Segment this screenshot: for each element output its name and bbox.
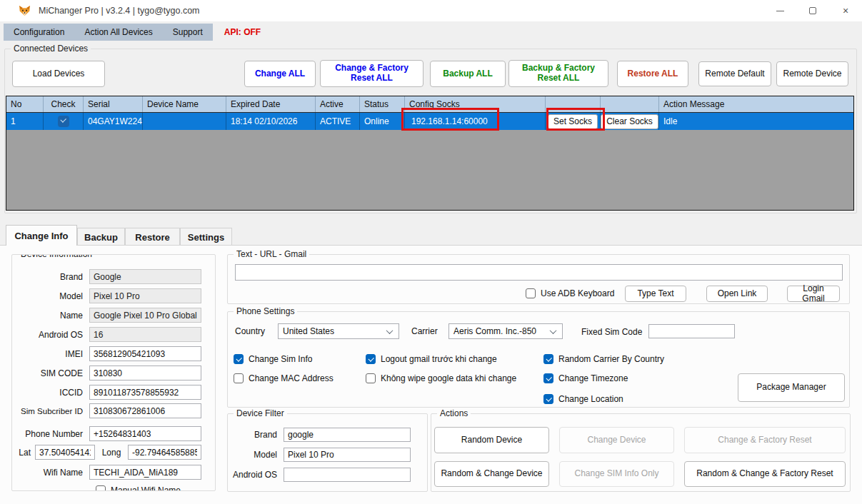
text-url-gmail-group: Text - URL - Gmail Use ADB Keyboard Type… bbox=[227, 254, 850, 304]
filter-android-os-field[interactable] bbox=[284, 468, 411, 482]
column-header-clear-socks[interactable] bbox=[601, 96, 659, 112]
chevron-down-icon bbox=[386, 327, 394, 334]
manual-wifi-name-checkbox[interactable]: Manual Wifi Name bbox=[96, 485, 181, 491]
tab-restore[interactable]: Restore bbox=[125, 228, 180, 246]
change-sim-info-only-button[interactable]: Change SIM Info Only bbox=[559, 461, 674, 487]
column-header-serial[interactable]: Serial bbox=[84, 96, 143, 112]
column-header-config-socks[interactable]: Config Socks bbox=[405, 96, 546, 112]
brand-field[interactable] bbox=[89, 269, 201, 284]
column-header-set-socks[interactable] bbox=[546, 96, 601, 112]
fixed-sim-code-field[interactable] bbox=[648, 324, 735, 338]
cell-status: Online bbox=[360, 113, 405, 130]
column-header-no[interactable]: No bbox=[6, 96, 44, 112]
random-change-factory-reset-button[interactable]: Random & Change & Factory Reset bbox=[684, 461, 846, 487]
change-sim-info-checkbox[interactable]: Change Sim Info bbox=[234, 353, 312, 365]
lat-field[interactable] bbox=[35, 445, 95, 460]
field-row-iccid: ICCID bbox=[16, 385, 211, 400]
column-header-action-message[interactable]: Action Message bbox=[659, 96, 853, 112]
set-socks-button[interactable]: Set Socks bbox=[548, 114, 598, 129]
filter-android-os-label: Android OS bbox=[232, 470, 284, 480]
phone-number-field[interactable] bbox=[89, 426, 201, 441]
use-adb-keyboard-checkbox[interactable]: Use ADB Keyboard bbox=[526, 288, 614, 299]
menu-support[interactable]: Support bbox=[163, 24, 213, 41]
carrier-select[interactable]: Aeris Comm. Inc.-850 bbox=[448, 323, 563, 339]
khong-wipe-google-data-checkbox[interactable]: Không wipe google data khi change bbox=[366, 373, 516, 384]
load-devices-button[interactable]: Load Devices bbox=[12, 61, 105, 87]
sim-code-field[interactable] bbox=[89, 366, 201, 380]
random-device-button[interactable]: Random Device bbox=[434, 427, 549, 453]
country-select[interactable]: United States bbox=[278, 323, 399, 339]
change-mac-address-checkbox-label: Change MAC Address bbox=[249, 373, 334, 383]
tab-backup[interactable]: Backup bbox=[77, 228, 125, 246]
wifi-name-label: Wifi Name bbox=[16, 468, 89, 478]
column-header-expired-date[interactable]: Expired Date bbox=[226, 96, 316, 112]
cell-no: 1 bbox=[6, 113, 44, 130]
model-field[interactable] bbox=[89, 288, 201, 303]
sim-subscriber-id-field[interactable] bbox=[89, 403, 201, 418]
field-row-model: Model bbox=[16, 288, 211, 303]
package-manager-button[interactable]: Package Manager bbox=[738, 373, 845, 402]
change-all-button[interactable]: Change ALL bbox=[244, 61, 316, 87]
random-change-device-button[interactable]: Random & Change Device bbox=[434, 461, 549, 487]
table-header-row: No Check Serial Device Name Expired Date… bbox=[6, 96, 853, 113]
menu-action-all-devices[interactable]: Action All Devices bbox=[74, 24, 162, 41]
carrier-value: Aeris Comm. Inc.-850 bbox=[453, 326, 536, 336]
chevron-down-icon bbox=[550, 327, 557, 334]
name-field[interactable] bbox=[89, 308, 201, 323]
menubar: Configuration Action All Devices Support… bbox=[0, 23, 862, 41]
clear-socks-button[interactable]: Clear Socks bbox=[601, 114, 658, 129]
text-url-gmail-input[interactable] bbox=[235, 264, 843, 281]
row-checkbox[interactable] bbox=[58, 116, 69, 127]
change-timezone-checkbox-box bbox=[543, 373, 553, 383]
close-button[interactable]: × bbox=[829, 0, 862, 21]
backup-factory-reset-all-button[interactable]: Backup & Factory Reset ALL bbox=[508, 60, 608, 87]
restore-all-button[interactable]: Restore ALL bbox=[617, 61, 688, 87]
change-info-tab-page: Device Information Brand Model Name Andr… bbox=[0, 245, 862, 504]
tab-settings[interactable]: Settings bbox=[180, 228, 232, 246]
change-factory-reset-button[interactable]: Change & Factory Reset bbox=[684, 427, 846, 453]
change-timezone-checkbox[interactable]: Change Timezone bbox=[543, 373, 628, 384]
android-os-field[interactable] bbox=[89, 327, 201, 342]
login-gmail-button[interactable]: Login Gmail bbox=[787, 286, 840, 302]
menu-configuration[interactable]: Configuration bbox=[4, 24, 74, 41]
filter-row-model: Model bbox=[232, 448, 422, 462]
column-header-active[interactable]: Active bbox=[316, 96, 360, 112]
imei-field[interactable] bbox=[89, 346, 201, 361]
change-device-button[interactable]: Change Device bbox=[559, 427, 674, 453]
menu-api-status[interactable]: API: OFF bbox=[214, 24, 271, 41]
iccid-label: ICCID bbox=[16, 388, 89, 398]
table-row[interactable]: 1 04GAY1W224 18:14 02/10/2026 ACTIVE Onl… bbox=[6, 113, 853, 130]
change-factory-reset-all-button[interactable]: Change & Factory Reset ALL bbox=[320, 60, 424, 87]
app-icon bbox=[19, 5, 31, 17]
remote-device-button[interactable]: Remote Device bbox=[776, 61, 848, 86]
change-mac-address-checkbox[interactable]: Change MAC Address bbox=[234, 373, 334, 384]
filter-model-field[interactable] bbox=[284, 448, 411, 462]
long-field[interactable] bbox=[128, 445, 201, 460]
backup-all-button[interactable]: Backup ALL bbox=[430, 61, 506, 87]
random-carrier-by-country-checkbox-label: Random Carrier By Country bbox=[558, 354, 664, 364]
logout-gmail-checkbox[interactable]: Logout gmail trước khi change bbox=[366, 353, 497, 365]
maximize-button[interactable] bbox=[796, 0, 829, 21]
iccid-field[interactable] bbox=[89, 385, 201, 400]
filter-row-android-os: Android OS bbox=[232, 468, 422, 482]
minimize-button[interactable] bbox=[763, 0, 796, 21]
change-location-checkbox[interactable]: Change Location bbox=[543, 393, 623, 405]
model-label: Model bbox=[16, 291, 89, 301]
minimize-icon bbox=[776, 11, 784, 11]
field-row-sim-code: SIM CODE bbox=[16, 366, 211, 380]
column-header-device-name[interactable]: Device Name bbox=[143, 96, 226, 112]
remote-default-button[interactable]: Remote Default bbox=[698, 61, 771, 86]
wifi-name-field[interactable] bbox=[89, 465, 201, 480]
filter-brand-field[interactable] bbox=[284, 428, 411, 442]
type-text-button[interactable]: Type Text bbox=[625, 286, 686, 302]
random-carrier-by-country-checkbox[interactable]: Random Carrier By Country bbox=[543, 353, 664, 365]
lat-label: Lat bbox=[16, 448, 35, 458]
tab-change-info[interactable]: Change Info bbox=[6, 225, 77, 246]
column-header-status[interactable]: Status bbox=[360, 96, 405, 112]
column-header-check[interactable]: Check bbox=[44, 96, 84, 112]
change-sim-info-checkbox-box bbox=[234, 354, 244, 364]
sim-code-label: SIM CODE bbox=[16, 368, 89, 378]
open-link-button[interactable]: Open Link bbox=[706, 286, 768, 302]
field-row-android-os: Android OS bbox=[16, 327, 211, 342]
filter-brand-label: Brand bbox=[232, 430, 284, 440]
